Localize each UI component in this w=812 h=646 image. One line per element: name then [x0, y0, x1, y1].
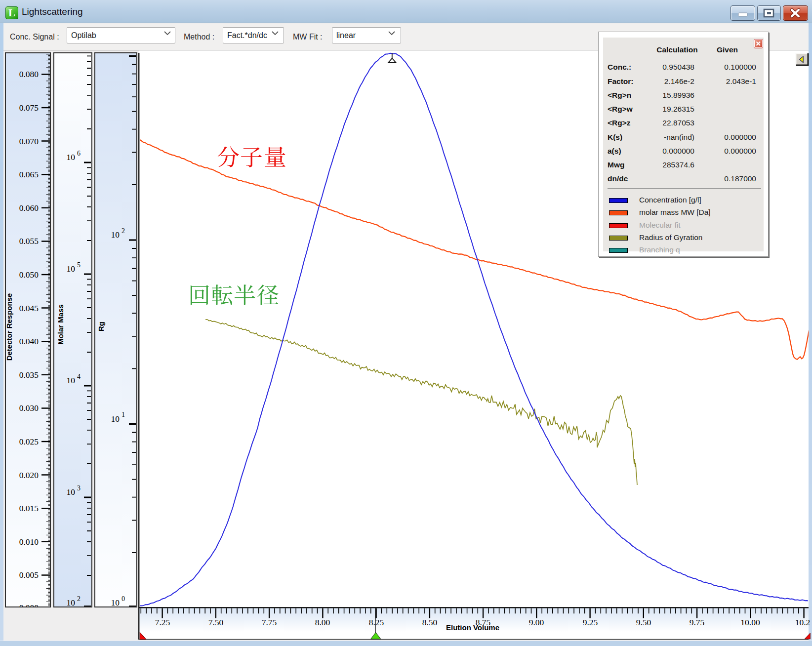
- svg-text:0.070: 0.070: [19, 136, 39, 146]
- svg-text:10.00: 10.00: [740, 617, 760, 627]
- svg-text:8.25: 8.25: [369, 617, 384, 627]
- svg-text:0.060: 0.060: [19, 203, 39, 213]
- svg-text:1: 1: [122, 411, 125, 418]
- svg-text:0: 0: [122, 595, 125, 603]
- svg-text:Detector Response: Detector Response: [5, 293, 13, 361]
- svg-text:Elution Volume: Elution Volume: [446, 623, 499, 632]
- svg-text:10: 10: [67, 152, 76, 162]
- svg-text:7.75: 7.75: [262, 617, 277, 627]
- svg-text:9.00: 9.00: [529, 617, 544, 627]
- svg-text:Rg: Rg: [97, 322, 105, 331]
- svg-text:2: 2: [122, 227, 125, 235]
- svg-text:0.035: 0.035: [19, 370, 39, 380]
- svg-text:0.020: 0.020: [19, 470, 39, 480]
- svg-text:0.075: 0.075: [19, 103, 39, 113]
- svg-text:8.00: 8.00: [315, 617, 330, 627]
- svg-text:10: 10: [111, 414, 120, 424]
- svg-text:0.005: 0.005: [19, 570, 39, 580]
- svg-text:3: 3: [77, 484, 81, 492]
- svg-text:0.030: 0.030: [19, 403, 39, 413]
- svg-text:10: 10: [67, 487, 76, 497]
- svg-text:6: 6: [77, 150, 81, 157]
- svg-text:8.50: 8.50: [422, 617, 438, 627]
- svg-text:10: 10: [67, 264, 76, 274]
- svg-text:0.080: 0.080: [19, 69, 39, 79]
- svg-text:7.50: 7.50: [208, 617, 224, 627]
- svg-text:9.75: 9.75: [690, 617, 705, 627]
- svg-text:5: 5: [77, 261, 81, 269]
- svg-text:0.015: 0.015: [19, 503, 39, 513]
- svg-text:0.040: 0.040: [19, 336, 39, 346]
- svg-text:10: 10: [111, 598, 120, 607]
- svg-text:9.25: 9.25: [583, 617, 598, 627]
- svg-text:2: 2: [77, 595, 81, 603]
- svg-text:4: 4: [77, 373, 81, 380]
- svg-text:9.50: 9.50: [636, 617, 651, 627]
- svg-text:0.025: 0.025: [19, 437, 39, 446]
- svg-text:0.050: 0.050: [19, 270, 39, 280]
- svg-text:7.25: 7.25: [155, 617, 170, 627]
- svg-text:Molar Mass: Molar Mass: [56, 304, 65, 345]
- svg-text:10: 10: [67, 598, 76, 607]
- svg-text:0.065: 0.065: [19, 169, 39, 179]
- svg-text:0.045: 0.045: [19, 303, 39, 313]
- svg-text:10: 10: [111, 230, 120, 240]
- svg-text:0.055: 0.055: [19, 236, 39, 246]
- svg-text:10: 10: [67, 375, 76, 385]
- svg-text:10.2: 10.2: [795, 617, 811, 627]
- svg-text:0.010: 0.010: [19, 537, 39, 547]
